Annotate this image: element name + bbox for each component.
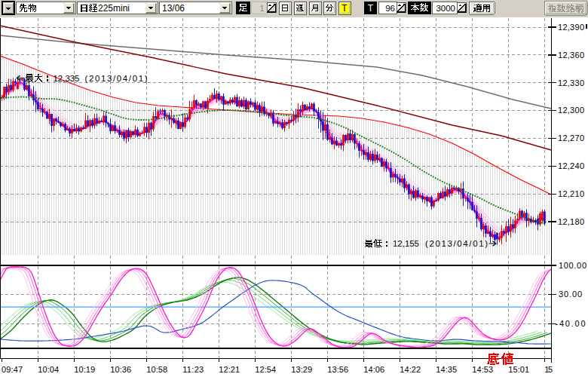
- svg-text:1: 1: [259, 4, 264, 13]
- svg-text:14:22: 14:22: [400, 365, 421, 374]
- svg-text:15:01: 15:01: [508, 365, 529, 374]
- svg-text:13:29: 13:29: [291, 365, 312, 374]
- svg-text:12,300: 12,300: [558, 106, 584, 115]
- svg-text:10:36: 10:36: [110, 365, 131, 374]
- svg-text:15: 15: [544, 365, 553, 374]
- svg-text:(2013/04/01): (2013/04/01): [85, 74, 148, 83]
- svg-text:T: T: [368, 3, 374, 14]
- svg-text:13/06: 13/06: [162, 3, 185, 14]
- svg-text:(2013/04/01): (2013/04/01): [425, 239, 488, 248]
- svg-text:12,390: 12,390: [558, 23, 584, 32]
- svg-text:12,335: 12,335: [54, 74, 80, 83]
- svg-text:100.00: 100.00: [559, 261, 586, 270]
- svg-text:12:54: 12:54: [255, 365, 276, 374]
- svg-text:12,330: 12,330: [558, 78, 584, 87]
- svg-text:14:06: 14:06: [363, 365, 384, 374]
- svg-text:14:35: 14:35: [436, 365, 457, 374]
- svg-text:09:47: 09:47: [2, 365, 23, 374]
- svg-text:12,270: 12,270: [558, 133, 584, 143]
- svg-text:12,210: 12,210: [558, 189, 584, 198]
- svg-text:T: T: [341, 3, 348, 14]
- svg-text:14:53: 14:53: [472, 365, 493, 374]
- svg-text:10:19: 10:19: [74, 365, 95, 374]
- svg-text:10:58: 10:58: [146, 365, 167, 374]
- svg-text:12,360: 12,360: [558, 51, 584, 60]
- svg-text:12,155: 12,155: [393, 239, 419, 248]
- svg-text:11:23: 11:23: [182, 365, 204, 374]
- svg-text:225mini: 225mini: [98, 3, 130, 14]
- svg-text:3000: 3000: [436, 4, 455, 13]
- svg-text:12,240: 12,240: [558, 161, 584, 170]
- svg-text:10:04: 10:04: [38, 365, 59, 374]
- svg-text:96: 96: [385, 4, 395, 13]
- svg-text:12,180: 12,180: [558, 217, 584, 226]
- svg-text:13:56: 13:56: [327, 365, 348, 374]
- svg-text:12:21: 12:21: [219, 365, 240, 374]
- svg-text:30.00: 30.00: [559, 290, 582, 299]
